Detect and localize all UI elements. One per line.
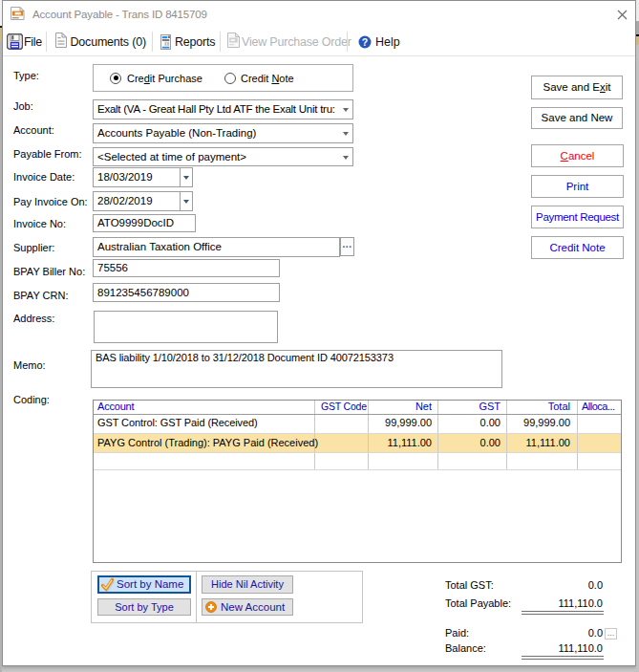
svg-text:?: ? [362,36,368,48]
